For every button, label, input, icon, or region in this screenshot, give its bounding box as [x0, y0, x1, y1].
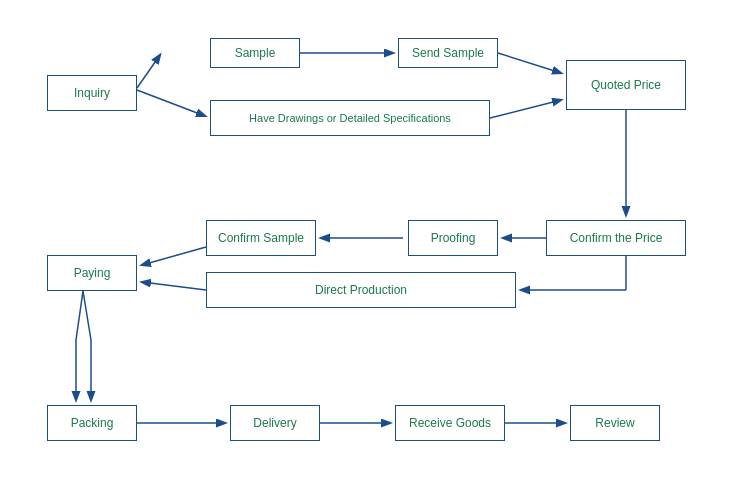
svg-line-3: [498, 53, 561, 73]
svg-line-1: [137, 90, 205, 116]
node-send-sample: Send Sample: [398, 38, 498, 68]
svg-line-13: [83, 291, 91, 340]
svg-line-12: [76, 291, 83, 340]
svg-line-4: [490, 100, 561, 118]
svg-line-11: [142, 282, 206, 290]
svg-line-0: [137, 55, 160, 88]
node-direct-production: Direct Production: [206, 272, 516, 308]
node-proofing: Proofing: [408, 220, 498, 256]
node-review: Review: [570, 405, 660, 441]
svg-line-8: [142, 247, 206, 265]
node-confirm-price: Confirm the Price: [546, 220, 686, 256]
node-delivery: Delivery: [230, 405, 320, 441]
node-receive-goods: Receive Goods: [395, 405, 505, 441]
node-confirm-sample: Confirm Sample: [206, 220, 316, 256]
node-sample: Sample: [210, 38, 300, 68]
node-drawing-spec: Have Drawings or Detailed Specifications: [210, 100, 490, 136]
node-paying: Paying: [47, 255, 137, 291]
node-inquiry: Inquiry: [47, 75, 137, 111]
flow-diagram: Inquiry Sample Send Sample Have Drawings…: [0, 0, 750, 500]
node-packing: Packing: [47, 405, 137, 441]
node-quoted-price: Quoted Price: [566, 60, 686, 110]
